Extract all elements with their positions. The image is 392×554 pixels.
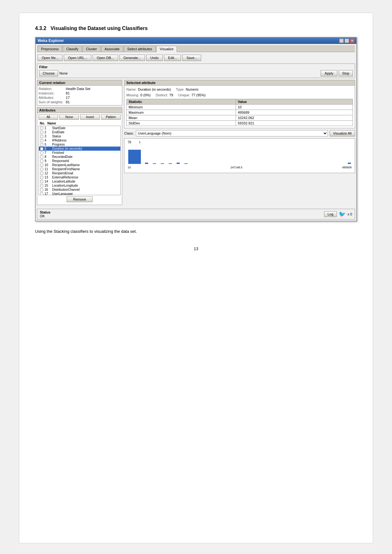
all-button[interactable]: All <box>39 114 58 120</box>
class-select[interactable]: UserLanguage (Nom) <box>136 130 328 136</box>
pattern-button[interactable]: Pattern <box>101 114 121 120</box>
save-button[interactable]: Save... <box>182 55 201 61</box>
relation-label: Relation: <box>39 87 63 91</box>
attr-no: 9 <box>45 159 51 163</box>
attr-checkbox[interactable] <box>40 164 43 167</box>
undo-button[interactable]: Undo <box>146 55 163 61</box>
attr-list-item[interactable]: 9 ResponseId <box>39 159 120 163</box>
tab-associate[interactable]: Associate <box>101 46 123 52</box>
stat-value: 10242.062 <box>236 115 353 121</box>
sum-value: 81 <box>66 100 121 104</box>
attr-checkbox[interactable] <box>40 135 43 138</box>
visualize-all-button[interactable]: Visualize All <box>330 130 355 136</box>
attr-name: RecipientFirstName <box>52 167 80 171</box>
remove-button[interactable]: Remove <box>67 196 93 202</box>
attr-info-row-1: Name: Duration (in seconds) Type: Numeri… <box>126 87 353 91</box>
stat-name: Mean <box>127 115 236 121</box>
histogram-bar-2 <box>145 163 148 164</box>
attr-no: 17 <box>45 192 51 195</box>
attr-list-item[interactable]: 13 ExternalReference <box>39 175 120 179</box>
x0-label: x 0 <box>347 212 352 216</box>
attr-no: 5 <box>45 143 51 146</box>
histogram-bar-5 <box>169 163 172 164</box>
attr-list-item[interactable]: 10 RecipientLastName <box>39 163 120 167</box>
attr-checkbox[interactable] <box>40 155 43 159</box>
histogram-axis: 10 247148.5 495609 <box>128 166 352 169</box>
open-file-button[interactable]: Open file... <box>38 55 63 61</box>
bird-icon: 🐦 <box>339 211 346 218</box>
name-info-value: Duration (in seconds) <box>138 87 171 91</box>
attr-no: 1 <box>45 126 51 130</box>
close-button[interactable]: ✕ <box>350 39 354 43</box>
attr-list-item[interactable]: 12 RecipientEmail <box>39 171 120 175</box>
filter-row: Choose None Apply Stop <box>39 70 353 76</box>
minimize-button[interactable]: — <box>339 39 344 43</box>
attr-no: 10 <box>45 163 51 167</box>
tab-cluster[interactable]: Cluster <box>82 46 100 52</box>
attr-list-item[interactable]: 16 DistributionChannel <box>39 188 120 192</box>
missing-info: Missing: 0 (0%) <box>126 93 151 97</box>
edit-button[interactable]: Edit... <box>164 55 181 61</box>
attr-checkbox[interactable] <box>40 127 43 130</box>
attr-list-item[interactable]: 3 Status <box>39 134 120 138</box>
attr-list-item[interactable]: 4 IPAddress <box>39 138 120 142</box>
missing-value: 0 (0%) <box>140 93 150 97</box>
current-relation-section: Current relation Relation: Health Data S… <box>37 80 122 105</box>
attr-checkbox[interactable] <box>40 172 43 175</box>
attr-name: EndDate <box>52 130 64 134</box>
filter-value: None <box>59 71 319 75</box>
attr-list-item[interactable]: 6 Duration (in seconds) <box>39 147 120 151</box>
attr-checkbox[interactable] <box>40 188 43 191</box>
attr-list-item[interactable]: 14 LocationLatitude <box>39 179 120 184</box>
invert-button[interactable]: Invert <box>80 114 100 120</box>
attr-name: RecordedDate <box>52 155 72 159</box>
stop-button[interactable]: Stop <box>339 70 353 76</box>
missing-label: Missing: <box>126 93 139 97</box>
choose-button[interactable]: Choose <box>39 70 58 76</box>
selected-attr-body: Name: Duration (in seconds) Type: Numeri… <box>124 86 355 128</box>
open-db-button[interactable]: Open DB... <box>93 55 118 61</box>
tab-select-attributes[interactable]: Select attributes <box>124 46 156 52</box>
right-panel: Selected attribute Name: Duration (in se… <box>124 80 355 207</box>
tab-bar: Preprocess Classify Cluster Associate Se… <box>37 45 355 52</box>
tab-preprocess[interactable]: Preprocess <box>38 46 62 52</box>
attr-checkbox[interactable] <box>40 192 43 196</box>
stats-row: Minimum 10 <box>127 105 353 110</box>
histogram-bar-8 <box>348 163 351 164</box>
attr-list-item[interactable]: 11 RecipientFirstName <box>39 167 120 171</box>
attr-checkbox[interactable] <box>40 151 43 154</box>
attributes-section: Attributes All None Invert Pattern No. N… <box>37 107 122 205</box>
status-value: OK <box>40 214 45 218</box>
stat-value: 10 <box>236 105 353 110</box>
tab-classify[interactable]: Classify <box>63 46 82 52</box>
attr-checkbox[interactable] <box>40 180 43 183</box>
attr-checkbox[interactable] <box>40 176 43 179</box>
histogram-count: 79 <box>128 141 131 144</box>
attr-name: Duration (in seconds) <box>52 147 82 150</box>
attr-list-item[interactable]: 15 LocationLongitude <box>39 184 120 188</box>
apply-button[interactable]: Apply <box>321 70 338 76</box>
attr-list-item[interactable]: 17 UserLanguage <box>39 192 120 195</box>
attr-list-item[interactable]: 8 RecordedDate <box>39 155 120 159</box>
attr-list-item[interactable]: 2 EndDate <box>39 130 120 134</box>
none-button[interactable]: None <box>59 114 79 120</box>
log-button[interactable]: Log <box>324 211 337 217</box>
attr-checkbox[interactable] <box>40 184 43 187</box>
attr-checkbox[interactable] <box>40 147 43 150</box>
attr-list-item[interactable]: 1 StartDate <box>39 126 120 130</box>
attr-checkbox[interactable] <box>40 143 43 146</box>
attr-name: Finished <box>52 151 64 154</box>
histogram-bar-6 <box>177 163 180 164</box>
generate-button[interactable]: Generate... <box>119 55 145 61</box>
tab-visualize[interactable]: Visualize <box>156 46 177 52</box>
attr-name: LocationLatitude <box>52 180 75 183</box>
attr-list-item[interactable]: 5 Progress <box>39 142 120 147</box>
attr-checkbox[interactable] <box>40 160 43 163</box>
attr-checkbox[interactable] <box>40 139 43 142</box>
attr-list-item[interactable]: 7 Finished <box>39 151 120 155</box>
stats-row: StdDev 59332.921 <box>127 121 353 126</box>
maximize-button[interactable]: □ <box>345 39 349 43</box>
attr-checkbox[interactable] <box>40 131 43 134</box>
open-url-button[interactable]: Open URL... <box>64 55 91 61</box>
attr-checkbox[interactable] <box>40 168 43 171</box>
